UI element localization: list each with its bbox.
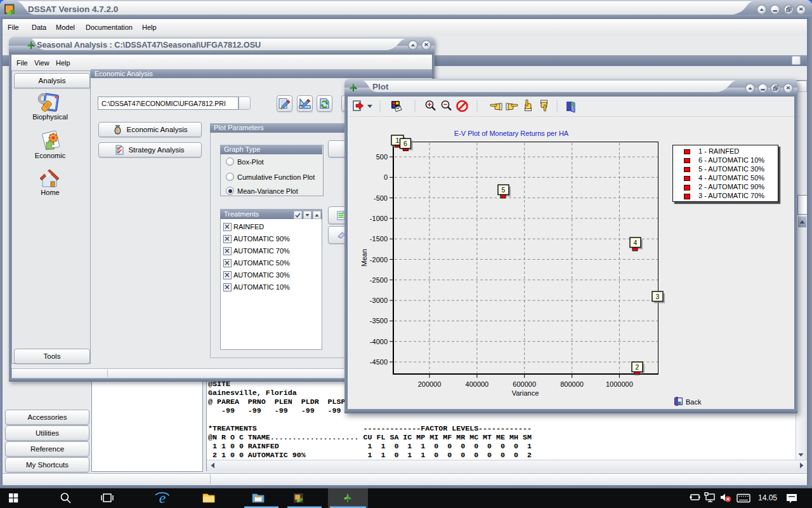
svg-text:Mean: Mean [360,249,368,267]
svg-text:$: $ [115,127,119,133]
svg-text:500: 500 [376,153,388,161]
svg-text:1: 1 [396,137,400,144]
svg-text:E-V Plot of Monetary Returns p: E-V Plot of Monetary Returns per HA [454,130,569,137]
svg-text:14.05: 14.05 [758,493,777,502]
svg-text:5: 5 [502,186,506,194]
svg-text:-2500: -2500 [370,276,388,284]
svg-text:Seasonal Analysis : C:\DSSAT47: Seasonal Analysis : C:\DSSAT47\Seasonal\… [37,41,261,50]
svg-text:6: 6 [403,140,407,147]
svg-text:200000: 200000 [418,380,442,388]
svg-text:3: 3 [656,293,660,300]
svg-text:Plot: Plot [372,82,389,91]
svg-text:-1000: -1000 [370,215,388,222]
svg-text:e: e [159,490,166,506]
svg-text:-4000: -4000 [370,338,388,345]
svg-text:800000: 800000 [560,380,584,388]
svg-text:400000: 400000 [466,380,489,388]
svg-text:Variance: Variance [512,389,539,397]
svg-text:-3500: -3500 [370,317,388,324]
svg-text:4: 4 [634,239,638,246]
svg-text:-3000: -3000 [370,297,388,304]
svg-text:1000000: 1000000 [606,380,633,388]
svg-text:-1500: -1500 [370,235,388,243]
svg-text:2: 2 [636,363,639,371]
svg-text:0: 0 [384,173,388,181]
svg-text:DSSAT Version 4.7.2.0: DSSAT Version 4.7.2.0 [28,4,118,14]
svg-text:-2000: -2000 [370,256,388,264]
svg-text:-500: -500 [374,194,388,202]
svg-text:-4500: -4500 [370,358,388,366]
svg-text:600000: 600000 [513,380,536,388]
